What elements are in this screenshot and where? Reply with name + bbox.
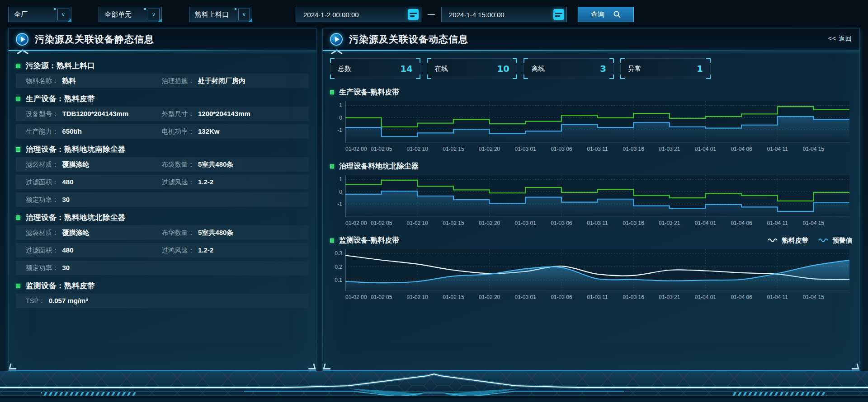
chevron-down-icon[interactable]: ∨ xyxy=(148,9,160,20)
legend-label: 熟料皮带 xyxy=(782,236,808,245)
field-label: 过滤面积： xyxy=(26,178,59,187)
data-row: 额定功率：30 xyxy=(16,192,309,207)
stat-card-在线: 在线10 xyxy=(427,58,517,79)
field-value: 480 xyxy=(62,246,74,254)
corner-bracket xyxy=(706,58,711,63)
svg-text:01-03 11: 01-03 11 xyxy=(587,220,608,226)
svg-text:01-04 15: 01-04 15 xyxy=(803,146,825,152)
field-value: 1.2-2 xyxy=(198,246,213,254)
svg-text:01-02 05: 01-02 05 xyxy=(371,220,392,226)
green-square-icon xyxy=(16,147,20,152)
calendar-icon[interactable] xyxy=(553,9,564,20)
data-row: 物料名称：熟料治理措施：处于封闭厂房内 xyxy=(16,74,309,88)
svg-text:01-02 10: 01-02 10 xyxy=(407,146,429,152)
field-value: 处于封闭厂房内 xyxy=(198,77,245,85)
calendar-icon[interactable] xyxy=(408,9,419,20)
query-button[interactable]: 查询 xyxy=(578,7,634,22)
search-icon xyxy=(613,11,621,18)
select-pollution-source[interactable]: 熟料上料口 ∨ xyxy=(189,7,252,22)
svg-text:01-02 05: 01-02 05 xyxy=(371,146,392,152)
svg-text:01-04 11: 01-04 11 xyxy=(767,220,788,226)
svg-text:01-02 15: 01-02 15 xyxy=(443,220,464,226)
svg-text:01-04 01: 01-04 01 xyxy=(695,294,717,300)
data-row: 生产能力：650t/h电机功率：132Kw xyxy=(16,124,309,139)
svg-text:01-02 20: 01-02 20 xyxy=(479,146,500,152)
svg-text:01-04 15: 01-04 15 xyxy=(803,220,825,226)
svg-text:01-03 21: 01-03 21 xyxy=(659,294,680,300)
date-range-separator: — xyxy=(428,10,435,19)
field: 物料名称：熟料 xyxy=(26,77,161,85)
wave-line-icon xyxy=(768,238,778,243)
end-datetime-input[interactable]: 2024-1-4 15:00:00 xyxy=(441,7,567,22)
svg-text:01-03 16: 01-03 16 xyxy=(623,294,644,300)
field-label: 电机功率： xyxy=(161,127,194,136)
corner-bracket xyxy=(427,75,431,79)
stat-label: 异常 xyxy=(628,65,642,73)
select-plant[interactable]: 全厂 ∨ xyxy=(8,7,71,22)
chevron-down-icon[interactable]: ∨ xyxy=(238,9,250,20)
select-unit-value: 全部单元 xyxy=(104,10,148,19)
chart-title: 治理设备料地坑北除尘器 xyxy=(339,162,419,171)
chevron-up-decoration xyxy=(16,49,29,55)
data-row: 过滤面积：480过鸿风速：1.2-2 xyxy=(16,243,309,257)
section-title: 生产设备：熟料皮带 xyxy=(26,94,95,104)
select-unit[interactable]: 全部单元 ∨ xyxy=(99,7,162,22)
start-datetime-input[interactable]: 2024-1-2 00:00:00 xyxy=(296,7,421,22)
green-square-icon xyxy=(330,90,334,94)
device-stats-row: 总数14在线10离线3异常1 xyxy=(330,58,852,79)
select-plant-value: 全厂 xyxy=(14,10,57,19)
corner-bracket xyxy=(513,75,517,79)
dynamic-panel-title: 污染源及关联设备动态信息 xyxy=(349,33,468,46)
chevron-down-icon[interactable]: ∨ xyxy=(57,9,69,20)
corner-decoration xyxy=(9,364,17,369)
svg-text:01-02 15: 01-02 15 xyxy=(443,146,464,152)
field: TSP：0.057 mg/m³ xyxy=(26,297,161,305)
svg-text:01-02 10: 01-02 10 xyxy=(407,294,429,300)
svg-text:0.3: 0.3 xyxy=(335,250,342,257)
svg-text:01-02 00: 01-02 00 xyxy=(345,294,367,300)
svg-text:01-04 06: 01-04 06 xyxy=(731,294,752,300)
field-label: 治理措施： xyxy=(161,77,194,85)
back-button[interactable]: << 返回 xyxy=(828,35,852,43)
field-label: 设备型号： xyxy=(26,110,59,118)
field: 外型尺寸：1200*204143mm xyxy=(161,110,250,118)
green-square-icon xyxy=(330,164,334,168)
stat-label: 离线 xyxy=(531,65,545,73)
green-square-icon xyxy=(16,215,20,220)
svg-text:01-03 11: 01-03 11 xyxy=(587,294,608,300)
footer-decoration xyxy=(0,371,868,398)
stat-card-异常: 异常1 xyxy=(620,58,711,79)
field: 滤袋材质：覆膜涤纶 xyxy=(26,160,161,169)
legend-item-熟料皮带[interactable]: 熟料皮带 xyxy=(768,236,808,245)
dashboard-root: 全厂 ∨ 全部单元 ∨ 熟料上料口 ∨ 2024-1-2 00:00:00 — … xyxy=(0,0,868,398)
panel-notch-decoration xyxy=(795,28,839,33)
section-title: 治理设备：熟料地坑南除尘器 xyxy=(26,145,126,154)
stat-value: 1 xyxy=(697,63,703,74)
green-square-icon xyxy=(16,97,20,101)
field-label: 生产能力： xyxy=(26,127,59,136)
data-row: 滤袋材质：覆膜涤纶布华数量：5室共480条 xyxy=(16,225,309,240)
static-panel-title: 污染源及关联设备静态信息 xyxy=(35,33,154,46)
svg-text:1: 1 xyxy=(339,176,342,182)
corner-decoration xyxy=(323,364,331,369)
field-label: 布袋数量： xyxy=(161,160,194,169)
svg-text:01-02 10: 01-02 10 xyxy=(407,220,429,226)
start-datetime-value: 2024-1-2 00:00:00 xyxy=(303,11,359,19)
svg-text:01-02 05: 01-02 05 xyxy=(371,294,392,300)
stat-value: 10 xyxy=(497,63,509,74)
field-label: 滤袋材质： xyxy=(26,229,59,237)
svg-text:01-03 01: 01-03 01 xyxy=(515,220,537,226)
field: 过滤面积：480 xyxy=(26,178,161,187)
field-value: TDB1200*204143mm xyxy=(62,110,129,117)
field: 滤袋材质：覆膜涤纶 xyxy=(26,229,161,237)
legend-item-预警信[interactable]: 预警信 xyxy=(818,236,853,245)
field-value: 熟料 xyxy=(62,77,76,85)
field-value: 5室共480条 xyxy=(198,229,233,237)
corner-bracket xyxy=(620,75,625,79)
panel-notch-decoration xyxy=(252,28,295,33)
svg-text:1: 1 xyxy=(339,102,342,108)
chevron-up-decoration xyxy=(330,49,344,55)
svg-text:0: 0 xyxy=(339,189,342,195)
chart-treatment: 治理设备料地坑北除尘器10-101-02 0001-02 0501-02 100… xyxy=(330,160,852,229)
svg-text:01-03 16: 01-03 16 xyxy=(623,146,644,152)
